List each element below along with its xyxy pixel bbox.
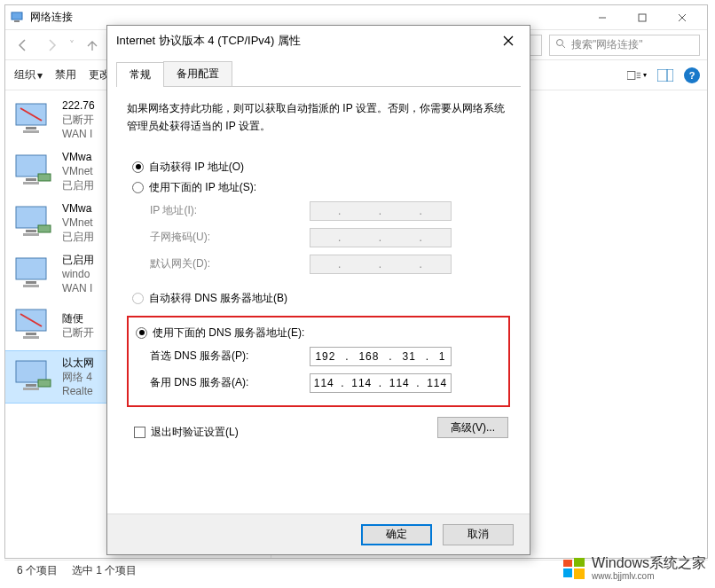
dns-manual-group: 使用下面的 DNS 服务器地址(E): 首选 DNS 服务器(P): 192. … <box>127 316 510 407</box>
advanced-button[interactable]: 高级(V)... <box>437 417 508 438</box>
svg-rect-24 <box>26 281 36 284</box>
svg-rect-8 <box>627 71 635 79</box>
svg-rect-28 <box>23 336 39 339</box>
svg-rect-33 <box>38 380 51 387</box>
tab-bar: 常规 备用配置 <box>116 61 521 87</box>
svg-line-7 <box>562 45 565 48</box>
preferred-dns-label: 首选 DNS 服务器(P): <box>150 349 301 364</box>
radio-ip-manual[interactable]: 使用下面的 IP 地址(S): <box>132 177 510 198</box>
dialog-title: Internet 协议版本 4 (TCP/IPv4) 属性 <box>116 33 496 49</box>
radio-icon <box>132 161 144 173</box>
view-options-button[interactable]: ▾ <box>627 66 647 85</box>
svg-rect-23 <box>16 258 46 279</box>
dialog-titlebar: Internet 协议版本 4 (TCP/IPv4) 属性 <box>107 26 530 56</box>
svg-rect-15 <box>16 155 46 176</box>
disable-button[interactable]: 禁用 <box>55 67 76 82</box>
checkbox-icon <box>134 427 145 438</box>
forward-button[interactable] <box>41 35 62 56</box>
search-input[interactable]: 搜索"网络连接" <box>549 35 700 56</box>
svg-rect-32 <box>23 388 39 390</box>
svg-rect-19 <box>16 207 46 228</box>
tab-general[interactable]: 常规 <box>116 62 164 87</box>
chevron-down-icon: ▾ <box>643 71 647 79</box>
window-title: 网络连接 <box>30 10 582 25</box>
svg-rect-16 <box>26 178 36 181</box>
svg-rect-31 <box>26 384 36 387</box>
radio-icon <box>132 182 144 193</box>
close-button[interactable] <box>662 5 702 30</box>
svg-rect-13 <box>23 130 39 133</box>
radio-dns-manual[interactable]: 使用下面的 DNS 服务器地址(E): <box>132 323 505 343</box>
item-count: 6 个项目 <box>17 563 58 578</box>
subnet-mask-label: 子网掩码(U): <box>150 230 301 245</box>
subnet-mask-input: ... <box>310 228 452 247</box>
svg-rect-27 <box>26 333 36 335</box>
search-icon <box>555 38 566 51</box>
ipv4-properties-dialog: Internet 协议版本 4 (TCP/IPv4) 属性 常规 备用配置 如果… <box>106 25 530 555</box>
svg-rect-1 <box>14 20 20 22</box>
svg-rect-12 <box>26 127 36 129</box>
svg-rect-37 <box>574 558 585 567</box>
tab-alternate[interactable]: 备用配置 <box>163 61 232 86</box>
ok-button[interactable]: 确定 <box>361 524 432 545</box>
svg-rect-0 <box>12 12 22 20</box>
monitor-icon <box>12 356 55 398</box>
back-button[interactable] <box>12 35 34 56</box>
gateway-label: 默认网关(D): <box>150 256 301 271</box>
minimize-button[interactable] <box>582 5 622 30</box>
preferred-dns-input[interactable]: 192. 168. 31. 1 <box>310 347 452 366</box>
alternate-dns-label: 备用 DNS 服务器(A): <box>150 375 301 390</box>
alternate-dns-input[interactable]: 114. 114. 114. 114 <box>310 373 452 393</box>
dialog-close-button[interactable] <box>496 28 521 53</box>
maximize-button[interactable] <box>622 5 662 30</box>
svg-rect-38 <box>563 568 572 577</box>
svg-rect-20 <box>26 230 36 232</box>
svg-rect-39 <box>574 568 585 579</box>
radio-icon <box>132 293 144 304</box>
radio-icon <box>136 327 147 339</box>
app-icon <box>11 11 25 25</box>
svg-rect-25 <box>23 285 39 287</box>
ip-address-input: ... <box>310 201 452 221</box>
svg-rect-36 <box>563 560 572 567</box>
dialog-footer: 确定 取消 <box>107 514 530 554</box>
watermark-url: www.bjjmlv.com <box>592 571 706 581</box>
monitor-icon <box>12 253 55 295</box>
svg-rect-22 <box>38 225 51 232</box>
hint-text: 如果网络支持此功能，则可以获取自动指派的 IP 设置。否则，你需要从网络系统管理… <box>127 99 510 136</box>
monitor-icon <box>12 201 55 244</box>
chevron-down-icon: ▾ <box>37 69 43 82</box>
svg-rect-9 <box>657 69 673 82</box>
watermark-name: Windows系统之家 <box>592 555 706 571</box>
chevron-down-icon: ˅ <box>69 39 75 51</box>
validate-checkbox[interactable]: 退出时验证设置(L) <box>129 416 239 440</box>
ip-address-label: IP 地址(I): <box>150 203 301 218</box>
windows-logo-icon <box>562 556 586 581</box>
svg-rect-18 <box>38 174 51 181</box>
search-placeholder: 搜索"网络连接" <box>571 37 643 52</box>
monitor-icon <box>12 150 55 192</box>
organize-menu[interactable]: 组织 ▾ <box>14 67 43 82</box>
gateway-input: ... <box>310 255 452 274</box>
preview-pane-button[interactable] <box>656 66 675 85</box>
selected-count: 选中 1 个项目 <box>72 563 137 578</box>
monitor-icon <box>12 304 55 347</box>
help-button[interactable]: ? <box>684 67 700 83</box>
svg-rect-21 <box>23 233 39 236</box>
cancel-button[interactable]: 取消 <box>443 524 514 545</box>
up-button[interactable] <box>82 35 103 56</box>
svg-rect-17 <box>23 182 39 184</box>
radio-ip-auto[interactable]: 自动获得 IP 地址(O) <box>132 157 510 177</box>
svg-point-6 <box>557 40 563 46</box>
monitor-icon <box>12 98 55 141</box>
watermark: Windows系统之家 www.bjjmlv.com <box>562 555 706 581</box>
radio-dns-auto[interactable]: 自动获得 DNS 服务器地址(B) <box>132 288 510 309</box>
svg-rect-3 <box>639 14 646 21</box>
svg-rect-30 <box>16 361 46 382</box>
